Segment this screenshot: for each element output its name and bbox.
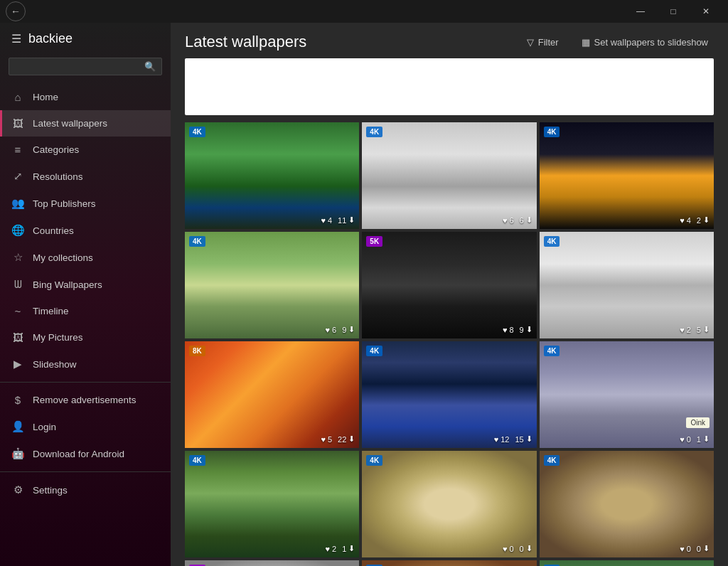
sidebar-item-label: My collections	[33, 252, 93, 263]
wallpaper-item[interactable]: 4K	[362, 560, 536, 566]
wallpaper-item[interactable]: 4K ♥ 0 0 ⬇	[362, 451, 536, 557]
slideshow-button[interactable]: ▦ Set wallpapers to slideshow	[576, 34, 714, 50]
sidebar-item-label: Home	[33, 92, 58, 102]
likes-count: 6	[332, 326, 336, 334]
sidebar-item-login[interactable]: 👤 Login	[0, 413, 171, 440]
likes-stat: ♥ 6	[503, 215, 514, 225]
download-count: 1	[697, 435, 701, 444]
sidebar-item-resolutions[interactable]: ⤢ Resolutions	[0, 163, 171, 190]
sidebar-item-label: Download for Android	[33, 449, 124, 459]
wallpaper-item[interactable]: 5K	[185, 560, 359, 566]
sidebar-item-label: Countries	[33, 225, 74, 236]
item-stats: ♥ 6 6 ⬇	[503, 215, 532, 225]
resolution-badge: 4K	[189, 455, 205, 466]
title-bar-controls: — □ ✕	[624, 0, 722, 23]
resolution-badge: 4K	[189, 236, 205, 247]
minimize-button[interactable]: —	[624, 0, 657, 23]
download-icon: ⬇	[703, 434, 710, 444]
heart-icon: ♥	[321, 435, 326, 444]
maximize-button[interactable]: □	[657, 0, 690, 23]
sidebar-item-home[interactable]: ⌂ Home	[0, 84, 171, 110]
header-actions: ▽ Filter ▦ Set wallpapers to slideshow	[521, 34, 714, 50]
heart-icon: ♥	[326, 326, 331, 334]
download-count: 2	[697, 216, 701, 225]
wallpaper-item[interactable]: 4K ♥ 2 5 ⬇	[540, 232, 714, 338]
sidebar-item-remove-ads[interactable]: $ Remove advertisements	[0, 387, 171, 413]
downloads-stat: 1 ⬇	[697, 434, 710, 444]
sidebar-item-label: Resolutions	[33, 171, 83, 182]
download-icon: ⬇	[703, 325, 710, 334]
wallpaper-item[interactable]: 4K ♥ 12 15 ⬇	[362, 341, 536, 448]
wallpaper-item[interactable]: 5K ♥ 8 9 ⬇	[362, 232, 536, 338]
resolution-badge: 4K	[544, 455, 560, 466]
wallpaper-item[interactable]: 8K ♥ 5 22 ⬇	[185, 341, 359, 448]
item-stats: ♥ 5 22 ⬇	[321, 434, 355, 444]
resolution-badge: 4K	[366, 455, 382, 466]
sidebar-item-my-pictures[interactable]: 🖼 My Pictures	[0, 324, 171, 351]
filter-button[interactable]: ▽ Filter	[521, 34, 564, 50]
content-header: Latest wallpapers ▽ Filter ▦ Set wallpap…	[171, 23, 728, 58]
latest-wallpapers-icon: 🖼	[11, 117, 24, 129]
heart-icon: ♥	[680, 435, 685, 444]
wallpaper-item[interactable]: 4K ♥ 6 6 ⬇	[362, 122, 536, 229]
sidebar-item-bing-wallpapers[interactable]: ᗯ Bing Wallpapers	[0, 271, 171, 298]
wallpaper-item[interactable]: 4K ♥ 6 9 ⬇	[185, 232, 359, 338]
wallpaper-item[interactable]: 4KOink ♥ 0 1 ⬇	[540, 341, 714, 448]
wallpaper-item[interactable]: 4K ♥ 2 1 ⬇	[185, 451, 359, 557]
download-icon: ⬇	[348, 544, 355, 553]
item-stats: ♥ 0 0 ⬇	[503, 544, 532, 553]
wallpaper-grid: 4K ♥ 4 11 ⬇ 4K ♥ 6 6 ⬇ 4K ♥ 4	[171, 122, 728, 566]
sidebar-item-settings[interactable]: ⚙ Settings	[0, 476, 171, 503]
title-bar-left: ←	[6, 1, 26, 21]
wallpaper-item[interactable]: 4K	[540, 560, 714, 566]
likes-stat: ♥ 0	[680, 544, 691, 553]
sidebar-item-label: Timeline	[33, 306, 69, 316]
sidebar-item-android[interactable]: 🤖 Download for Android	[0, 440, 171, 467]
resolution-badge: 4K	[366, 346, 382, 356]
download-count: 11	[338, 216, 346, 225]
countries-icon: 🌐	[11, 224, 24, 237]
heart-icon: ♥	[680, 326, 685, 334]
sidebar-item-categories[interactable]: ≡ Categories	[0, 137, 171, 163]
wallpaper-item[interactable]: 4K ♥ 4 2 ⬇	[540, 122, 714, 229]
heart-icon: ♥	[321, 216, 326, 225]
likes-count: 0	[687, 545, 691, 553]
sidebar-item-label: Bing Wallpapers	[33, 279, 102, 290]
download-count: 15	[515, 435, 523, 444]
resolution-badge: 4K	[366, 127, 382, 137]
item-stats: ♥ 0 0 ⬇	[680, 544, 710, 553]
nav-divider-1	[0, 382, 171, 383]
sidebar-item-label: My Pictures	[33, 332, 83, 343]
sidebar-item-countries[interactable]: 🌐 Countries	[0, 217, 171, 244]
wallpaper-item[interactable]: 4K ♥ 0 0 ⬇	[540, 451, 714, 557]
downloads-stat: 1 ⬇	[342, 544, 355, 553]
item-stats: ♥ 0 1 ⬇	[680, 434, 710, 444]
likes-stat: ♥ 2	[680, 325, 691, 334]
download-count: 5	[697, 326, 701, 334]
sidebar-item-latest-wallpapers[interactable]: 🖼 Latest wallpapers	[0, 110, 171, 137]
item-stats: ♥ 8 9 ⬇	[503, 325, 532, 334]
item-stats: ♥ 6 9 ⬇	[326, 325, 355, 334]
wallpaper-item[interactable]: 4K ♥ 4 11 ⬇	[185, 122, 359, 229]
resolution-badge: 4K	[544, 127, 560, 137]
heart-icon: ♥	[503, 326, 508, 334]
android-icon: 🤖	[11, 447, 24, 460]
downloads-stat: 15 ⬇	[515, 434, 532, 444]
search-input[interactable]	[15, 61, 144, 72]
item-stats: ♥ 2 1 ⬇	[326, 544, 355, 553]
resolution-badge: 5K	[366, 236, 382, 247]
close-button[interactable]: ✕	[690, 0, 722, 23]
sidebar-item-slideshow[interactable]: ▶ Slideshow	[0, 351, 171, 378]
likes-count: 4	[328, 216, 332, 225]
download-count: 0	[520, 545, 524, 553]
sidebar-item-top-publishers[interactable]: 👥 Top Publishers	[0, 190, 171, 217]
download-icon: ⬇	[526, 215, 532, 225]
remove-ads-icon: $	[11, 394, 24, 406]
likes-count: 4	[687, 216, 691, 225]
back-button[interactable]: ←	[6, 1, 26, 21]
hamburger-icon[interactable]: ☰	[11, 32, 21, 46]
resolution-badge: 4K	[544, 236, 560, 247]
sidebar-item-my-collections[interactable]: ☆ My collections	[0, 244, 171, 271]
sidebar-item-timeline[interactable]: ~ Timeline	[0, 298, 171, 324]
app-body: ☰ backiee 🔍 ⌂ Home 🖼 Latest wallpapers ≡…	[0, 23, 728, 566]
